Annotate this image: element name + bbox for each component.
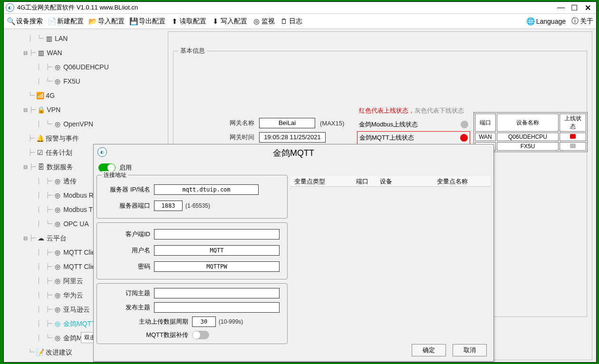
new-file-icon: 📄 <box>48 17 56 26</box>
device-icon: ◎ <box>53 188 62 202</box>
dialog-title: 金鸽MQTT <box>94 147 493 159</box>
client-id-input[interactable] <box>154 229 280 239</box>
port-label: 服务器端口 <box>102 201 154 210</box>
password-label: 密码 <box>102 262 154 271</box>
collapse-icon[interactable]: ⊟ <box>22 231 29 245</box>
wan-icon: ▥ <box>36 46 46 60</box>
client-id-label: 客户端ID <box>102 230 154 239</box>
status-modbus-row: 金鸽Modbus上线状态 <box>359 118 468 131</box>
tb-about[interactable]: ⓘ关于 <box>570 17 593 26</box>
pub-topic-label: 发布主题 <box>102 303 154 312</box>
sub-topic-input[interactable] <box>154 288 280 298</box>
device-icon: ◎ <box>53 316 62 331</box>
status-square-gray <box>570 144 576 148</box>
pub-topic-input[interactable] <box>154 302 280 313</box>
col-var-dev: 设备 <box>376 177 433 186</box>
status-mqtt-label: 金鸽MQTT上线状态 <box>359 134 414 142</box>
device-icon: ◎ <box>53 259 62 274</box>
tree-4g[interactable]: └─📶4G <box>9 88 156 103</box>
tb-monitor[interactable]: ◎监视 <box>252 17 275 26</box>
devtable-row[interactable]: WAN Q06UDEHCPU <box>475 133 586 141</box>
device-icon: ◎ <box>53 74 62 88</box>
tb-language[interactable]: 🌐Language <box>527 17 566 26</box>
cancel-button[interactable]: 取消 <box>453 344 487 356</box>
monitor-icon: ◎ <box>252 17 261 26</box>
port-input[interactable] <box>154 201 183 211</box>
gw-name-hint: (MAX15) <box>320 120 344 127</box>
note-offline: 灰色代表下线状态 <box>415 107 464 114</box>
maximize-button[interactable]: ☐ <box>568 3 581 12</box>
tb-new[interactable]: 📄新建配置 <box>48 17 84 26</box>
save-icon: 💾 <box>129 17 138 26</box>
password-input[interactable] <box>154 261 280 272</box>
username-input[interactable] <box>154 245 280 256</box>
gw-name-value[interactable]: BeiLai <box>259 118 315 128</box>
col-name: 设备名称 <box>497 114 559 132</box>
tree-wan[interactable]: ⊟├─▥WAN <box>9 46 156 60</box>
collapse-icon[interactable]: ⊟ <box>22 160 29 174</box>
cloud-icon: ☁ <box>36 231 46 245</box>
col-status: 上线状态 <box>560 114 586 132</box>
device-icon: ◎ <box>53 202 62 217</box>
status-dot-gray <box>461 121 468 128</box>
gw-time-value: 19:05:28 11/25/2021 <box>259 132 326 143</box>
tb-export[interactable]: 💾导出配置 <box>129 17 165 26</box>
connection-group: 连接地址 服务器 IP/域名 服务器端口 (1-65535) <box>97 175 288 219</box>
tb-import[interactable]: 📂导入配置 <box>88 17 125 26</box>
gw-name-label: 网关名称 <box>221 119 254 127</box>
device-icon: ◎ <box>53 117 62 131</box>
titlebar: ◐ 4G工业网关配置软件 V1.0.11 www.BLiiot.cn — ☐ ✕ <box>4 2 596 14</box>
period-label: 主动上传数据周期 <box>130 317 192 326</box>
resend-toggle[interactable] <box>192 331 209 339</box>
device-icon: ◎ <box>53 174 62 188</box>
tree-openvpn[interactable]: │ └─◎OpenVPN <box>9 117 156 131</box>
toolbar: 🔍设备搜索 📄新建配置 📂导入配置 💾导出配置 ⬆读取配置 ⬇写入配置 ◎监视 … <box>4 14 596 29</box>
tree-lan[interactable]: │ └─▥LAN <box>9 31 156 46</box>
vpn-icon: 🔒 <box>36 103 46 117</box>
variable-table: 变量点类型 端口 设备 变量点名称 <box>290 176 491 188</box>
database-icon: 🗄 <box>36 160 46 174</box>
server-input[interactable] <box>154 184 259 195</box>
collapse-icon[interactable]: ⊟ <box>22 103 29 117</box>
mqtt-dialog: ◐ 金鸽MQTT 启用 连接地址 服务器 IP/域名 服务器端口 (1-6553… <box>93 144 494 362</box>
devtable-header: 端口 设备名称 上线状态 <box>475 114 586 132</box>
device-icon: ◎ <box>53 288 62 302</box>
status-dot-red <box>460 134 468 142</box>
device-icon: ◎ <box>53 245 62 259</box>
log-icon: 🗒 <box>280 17 288 26</box>
app-logo-icon: ◐ <box>6 3 14 12</box>
tree-wan-dev1[interactable]: │ ├─◎Q06UDEHCPU <box>9 60 156 74</box>
device-icon: ◎ <box>53 217 62 231</box>
tree-vpn[interactable]: ⊟├─🔒VPN <box>9 103 156 117</box>
basic-info-legend: 基本信息 <box>178 47 207 55</box>
tb-log[interactable]: 🗒日志 <box>280 17 302 26</box>
gw-time-label: 网关时间 <box>221 133 254 142</box>
ok-button[interactable]: 确定 <box>412 344 446 356</box>
bell-icon: 🔔 <box>35 131 45 145</box>
device-icon: ◎ <box>53 60 62 74</box>
search-icon: 🔍 <box>7 17 15 26</box>
col-var-type: 变量点类型 <box>290 177 352 186</box>
port-hint: (1-65535) <box>185 202 210 209</box>
status-square-red <box>570 134 576 139</box>
note-icon: 📝 <box>35 345 45 359</box>
col-port: 端口 <box>475 114 496 132</box>
tree-wan-dev2[interactable]: │ └─◎FX5U <box>9 74 156 88</box>
note-online: 红色代表上线状态， <box>359 107 415 114</box>
tb-search[interactable]: 🔍设备搜索 <box>7 17 43 26</box>
folder-import-icon: 📂 <box>88 17 97 26</box>
tb-read[interactable]: ⬆读取配置 <box>170 17 206 26</box>
collapse-icon[interactable]: ⊟ <box>22 46 29 60</box>
col-var-name: 变量点名称 <box>433 177 472 186</box>
tree-alarm[interactable]: ├─🔔报警与事件 <box>9 131 156 145</box>
info-icon: ⓘ <box>570 17 579 26</box>
close-button[interactable]: ✕ <box>581 3 594 12</box>
device-icon: ◎ <box>53 331 62 345</box>
minimize-button[interactable]: — <box>554 3 568 12</box>
device-icon: ◎ <box>53 302 62 316</box>
period-input[interactable] <box>192 316 216 327</box>
upload-icon: ⬆ <box>170 17 179 26</box>
tb-write[interactable]: ⬇写入配置 <box>211 17 247 26</box>
username-label: 用户名 <box>102 246 154 255</box>
antenna-icon: 📶 <box>35 88 45 103</box>
